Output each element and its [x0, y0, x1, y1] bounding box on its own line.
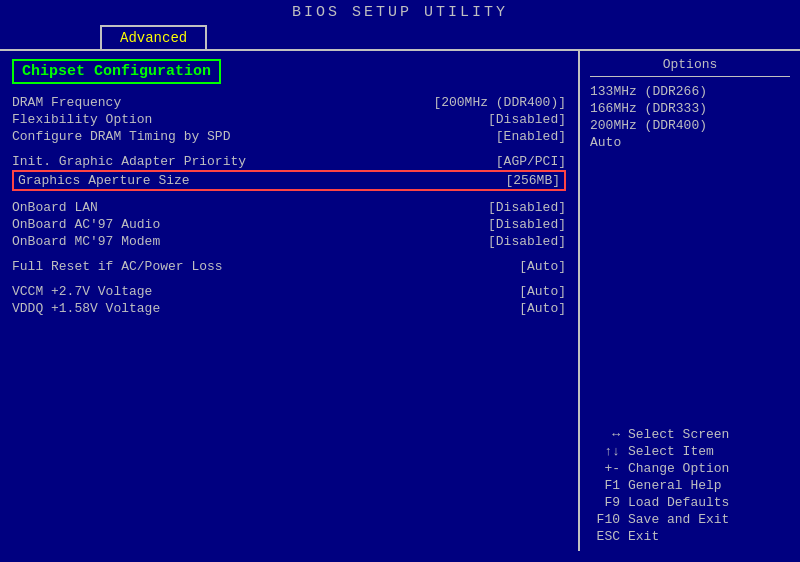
key-description: Change Option: [628, 461, 729, 476]
option-item[interactable]: 200MHz (DDR400): [590, 117, 790, 134]
right-panel: Options 133MHz (DDR266)166MHz (DDR333)20…: [580, 51, 800, 551]
tab-advanced-label: Advanced: [120, 30, 187, 46]
key-row: +-Change Option: [590, 460, 790, 477]
config-list: DRAM Frequency[200MHz (DDR400)]Flexibili…: [12, 94, 566, 317]
key-row: ↑↓Select Item: [590, 443, 790, 460]
key-symbol: F9: [590, 495, 620, 510]
key-description: Select Item: [628, 444, 714, 459]
option-item[interactable]: 133MHz (DDR266): [590, 83, 790, 100]
key-row: ↔Select Screen: [590, 426, 790, 443]
config-label: Init. Graphic Adapter Priority: [12, 154, 246, 169]
spacer: [12, 191, 566, 199]
key-row: F1General Help: [590, 477, 790, 494]
config-label: VCCM +2.7V Voltage: [12, 284, 152, 299]
key-symbol: ↔: [590, 427, 620, 442]
key-symbol: F1: [590, 478, 620, 493]
key-symbol: F10: [590, 512, 620, 527]
config-value: [AGP/PCI]: [496, 154, 566, 169]
config-label: Full Reset if AC/Power Loss: [12, 259, 223, 274]
config-label: VDDQ +1.58V Voltage: [12, 301, 160, 316]
main-area: Chipset Configuration DRAM Frequency[200…: [0, 49, 800, 551]
spacer: [12, 250, 566, 258]
key-symbol: ↑↓: [590, 444, 620, 459]
config-label: OnBoard LAN: [12, 200, 98, 215]
options-list: 133MHz (DDR266)166MHz (DDR333)200MHz (DD…: [590, 83, 790, 151]
key-description: Load Defaults: [628, 495, 729, 510]
config-row: Init. Graphic Adapter Priority[AGP/PCI]: [12, 153, 566, 170]
config-value: [Disabled]: [488, 200, 566, 215]
key-help-list: ↔Select Screen↑↓Select Item+-Change Opti…: [590, 426, 790, 545]
config-label: DRAM Frequency: [12, 95, 121, 110]
bios-screen: BIOS SETUP UTILITY Advanced Chipset Conf…: [0, 0, 800, 562]
options-title: Options: [590, 57, 790, 77]
config-row: OnBoard MC'97 Modem[Disabled]: [12, 233, 566, 250]
config-label: Flexibility Option: [12, 112, 152, 127]
key-description: Save and Exit: [628, 512, 729, 527]
config-value: [Auto]: [519, 259, 566, 274]
config-value: [Disabled]: [488, 112, 566, 127]
config-label: OnBoard AC'97 Audio: [12, 217, 160, 232]
config-row: VCCM +2.7V Voltage[Auto]: [12, 283, 566, 300]
config-row: OnBoard LAN[Disabled]: [12, 199, 566, 216]
config-label: Graphics Aperture Size: [18, 173, 190, 188]
config-value: [Auto]: [519, 301, 566, 316]
config-value: [Disabled]: [488, 234, 566, 249]
section-title: Chipset Configuration: [12, 59, 221, 84]
config-value: [Enabled]: [496, 129, 566, 144]
config-row: OnBoard AC'97 Audio[Disabled]: [12, 216, 566, 233]
key-row: F9Load Defaults: [590, 494, 790, 511]
bios-title: BIOS SETUP UTILITY: [0, 0, 800, 23]
spacer: [12, 145, 566, 153]
left-panel: Chipset Configuration DRAM Frequency[200…: [0, 51, 580, 551]
tab-row: Advanced: [0, 25, 800, 49]
config-value: [200MHz (DDR400)]: [433, 95, 566, 110]
config-value: [256MB]: [505, 173, 560, 188]
title-text: BIOS SETUP UTILITY: [292, 4, 508, 21]
config-row: Configure DRAM Timing by SPD[Enabled]: [12, 128, 566, 145]
config-row: Full Reset if AC/Power Loss[Auto]: [12, 258, 566, 275]
key-symbol: +-: [590, 461, 620, 476]
config-row[interactable]: Graphics Aperture Size[256MB]: [12, 170, 566, 191]
key-row: F10Save and Exit: [590, 511, 790, 528]
config-value: [Disabled]: [488, 217, 566, 232]
spacer: [12, 275, 566, 283]
option-item[interactable]: 166MHz (DDR333): [590, 100, 790, 117]
option-item[interactable]: Auto: [590, 134, 790, 151]
options-section: Options 133MHz (DDR266)166MHz (DDR333)20…: [590, 57, 790, 406]
config-value: [Auto]: [519, 284, 566, 299]
key-description: Exit: [628, 529, 659, 544]
key-help: ↔Select Screen↑↓Select Item+-Change Opti…: [590, 406, 790, 545]
config-row: DRAM Frequency[200MHz (DDR400)]: [12, 94, 566, 111]
key-description: General Help: [628, 478, 722, 493]
key-row: ESCExit: [590, 528, 790, 545]
key-description: Select Screen: [628, 427, 729, 442]
config-label: OnBoard MC'97 Modem: [12, 234, 160, 249]
config-row: VDDQ +1.58V Voltage[Auto]: [12, 300, 566, 317]
config-row: Flexibility Option[Disabled]: [12, 111, 566, 128]
key-symbol: ESC: [590, 529, 620, 544]
config-label: Configure DRAM Timing by SPD: [12, 129, 230, 144]
tab-advanced[interactable]: Advanced: [100, 25, 207, 49]
